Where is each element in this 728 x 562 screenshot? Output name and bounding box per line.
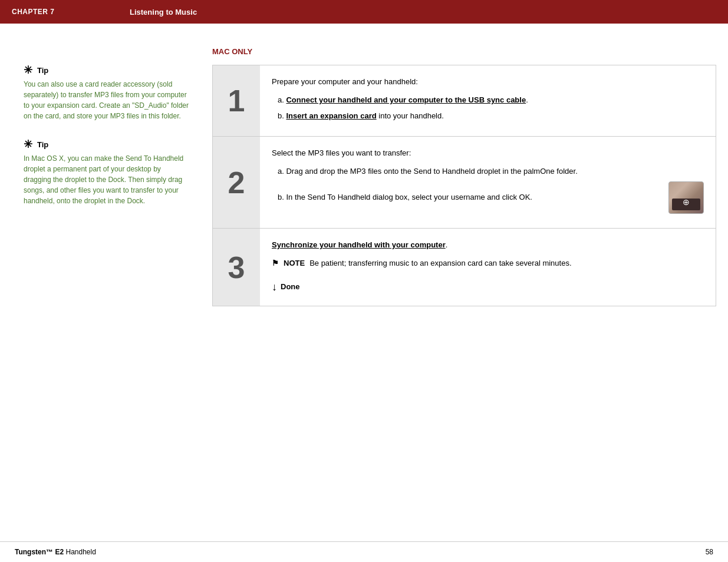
tip-1-text: You can also use a card reader accessory… bbox=[24, 79, 189, 121]
footer-page-number: 58 bbox=[706, 548, 713, 556]
steps-table: 1 Prepare your computer and your handhel… bbox=[212, 65, 716, 306]
step-1-number: 1 bbox=[213, 65, 260, 136]
step-2-item-b: b. In the Send To Handheld dialog box, s… bbox=[278, 181, 704, 214]
done-block: ↓ Done bbox=[272, 279, 704, 296]
tip-block-1: ✳ Tip You can also use a card reader acc… bbox=[24, 65, 189, 121]
step-1-item-b-text: into your handheld. bbox=[378, 111, 444, 120]
step-2-item-a-label: a. bbox=[278, 167, 286, 176]
step-3-number: 3 bbox=[213, 229, 260, 306]
right-content: MAC ONLY 1 Prepare your computer and you… bbox=[200, 47, 716, 306]
tip-block-2: ✳ Tip In Mac OS X, you can make the Send… bbox=[24, 139, 189, 206]
header-bar: CHAPTER 7 Listening to Music bbox=[0, 0, 728, 24]
step-1-item-a: a. Connect your handheld and your comput… bbox=[278, 94, 704, 107]
note-icon: ⚑ bbox=[272, 257, 279, 270]
done-arrow-icon: ↓ bbox=[272, 279, 277, 296]
step-row-3: 3 Synchronize your handheld with your co… bbox=[213, 229, 716, 306]
step-3-note: ⚑ NOTE Be patient; transferring music to… bbox=[272, 257, 704, 270]
step-2-content: Select the MP3 files you want to transfe… bbox=[260, 137, 716, 228]
footer-brand: Tungsten™ E2 Handheld bbox=[15, 548, 96, 556]
step-3-content: Synchronize your handheld with your comp… bbox=[260, 229, 716, 306]
step-2-item-b-text: b. In the Send To Handheld dialog box, s… bbox=[278, 191, 660, 204]
step-1-intro: Prepare your computer and your handheld: bbox=[272, 76, 704, 88]
step-2-item-a-text: Drag and drop the MP3 files onto the Sen… bbox=[286, 167, 577, 176]
tip-1-label: Tip bbox=[37, 66, 48, 75]
step-1-item-a-label: a. bbox=[278, 95, 286, 104]
step-1-item-b: b. Insert an expansion card into your ha… bbox=[278, 110, 704, 123]
footer: Tungsten™ E2 Handheld 58 bbox=[0, 541, 728, 562]
mac-only-label: MAC ONLY bbox=[212, 47, 716, 56]
footer-brand-text: Handheld bbox=[65, 548, 95, 556]
chapter-label: CHAPTER 7 bbox=[12, 8, 130, 16]
done-label: Done bbox=[281, 281, 300, 293]
step-1-item-b-label: b. bbox=[278, 111, 286, 120]
step-row-1: 1 Prepare your computer and your handhel… bbox=[213, 65, 716, 137]
tip-1-asterisk: ✳ bbox=[24, 65, 32, 75]
step-3-intro: Synchronize your handheld with your comp… bbox=[272, 239, 704, 252]
step-row-2: 2 Select the MP3 files you want to trans… bbox=[213, 137, 716, 229]
step-2-item-b-label: b. bbox=[278, 193, 286, 201]
tip-2-label: Tip bbox=[37, 140, 48, 149]
step-1-content: Prepare your computer and your handheld:… bbox=[260, 65, 716, 136]
step-1-link-a[interactable]: Connect your handheld and your computer … bbox=[286, 95, 526, 104]
step-1-link-b[interactable]: Insert an expansion card bbox=[286, 111, 376, 120]
main-content: ✳ Tip You can also use a card reader acc… bbox=[0, 24, 728, 318]
step-3-link[interactable]: Synchronize your handheld with your comp… bbox=[272, 240, 446, 249]
tip-2-asterisk: ✳ bbox=[24, 139, 32, 150]
tip-2-header: ✳ Tip bbox=[24, 139, 189, 150]
note-label: NOTE bbox=[284, 257, 305, 270]
tip-2-text: In Mac OS X, you can make the Send To Ha… bbox=[24, 153, 189, 206]
step-2-intro: Select the MP3 files you want to transfe… bbox=[272, 147, 704, 160]
handheld-device-image bbox=[668, 181, 704, 214]
chapter-title: Listening to Music bbox=[130, 8, 197, 16]
tip-1-header: ✳ Tip bbox=[24, 65, 189, 75]
step-2-item-a: a. Drag and drop the MP3 files onto the … bbox=[278, 166, 704, 178]
footer-brand-bold: Tungsten™ E2 bbox=[15, 548, 64, 556]
step-2-number: 2 bbox=[213, 137, 260, 228]
sidebar: ✳ Tip You can also use a card reader acc… bbox=[24, 47, 200, 306]
note-text: Be patient; transferring music to an exp… bbox=[309, 257, 571, 270]
